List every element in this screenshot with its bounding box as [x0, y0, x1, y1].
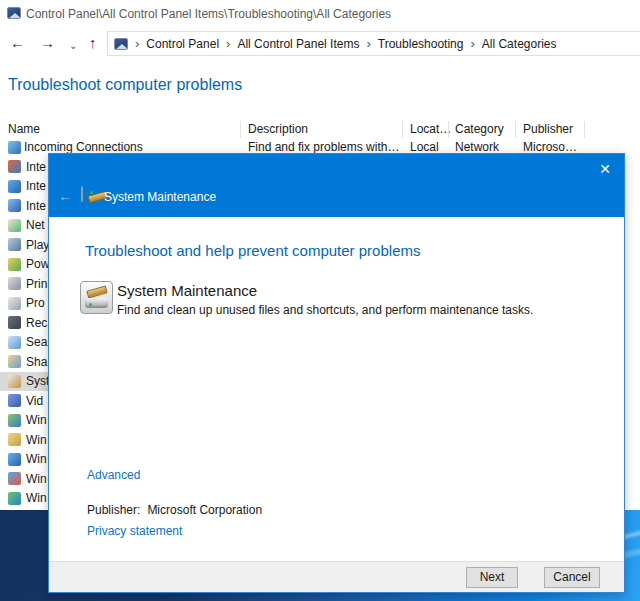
troubleshooter-icon — [8, 492, 21, 505]
list-item-label: Pro — [26, 296, 45, 310]
row-location: Local — [410, 140, 439, 154]
list-item-label: Inte — [26, 160, 46, 174]
column-divider[interactable] — [240, 121, 241, 138]
list-item-label: Vid — [26, 394, 43, 408]
breadcrumb-separator-icon: › — [470, 36, 474, 51]
close-icon[interactable]: ✕ — [599, 161, 611, 177]
row-category: Network — [455, 140, 499, 154]
list-item-label: Play — [26, 238, 49, 252]
troubleshooter-icon — [8, 316, 21, 329]
publisher-line: Publisher:Microsoft Corporation — [87, 503, 262, 517]
column-divider[interactable] — [448, 121, 449, 138]
system-maintenance-icon — [8, 375, 21, 388]
navigation-bar: ← → ⌄ ↑ › Control Panel › All Control Pa… — [0, 30, 640, 57]
troubleshooter-icon — [8, 433, 21, 446]
list-item-label: Inte — [26, 179, 46, 193]
troubleshooter-icon — [8, 394, 21, 407]
window-title: Control Panel\All Control Panel Items\Tr… — [26, 7, 391, 21]
troubleshooter-icon — [8, 180, 21, 193]
troubleshooter-icon — [8, 472, 21, 485]
breadcrumb-all-categories[interactable]: All Categories — [482, 37, 557, 51]
troubleshooter-icon — [8, 297, 21, 310]
troubleshooter-icon — [8, 238, 21, 251]
dialog-title: System Maintenance — [104, 190, 216, 204]
list-item-label: Sea — [26, 335, 47, 349]
privacy-statement-link[interactable]: Privacy statement — [87, 524, 182, 538]
back-icon[interactable]: ← — [10, 33, 25, 53]
row-publisher: Microso… — [523, 140, 577, 154]
cancel-button[interactable]: Cancel — [544, 567, 600, 588]
publisher-label: Publisher: — [87, 503, 140, 517]
column-header-location[interactable]: Locat… — [410, 122, 451, 136]
list-item-label: Net — [26, 218, 45, 232]
dialog-heading: Troubleshoot and help prevent computer p… — [85, 242, 420, 259]
dialog-footer: Next Cancel — [49, 561, 624, 592]
column-header-description[interactable]: Description — [248, 122, 308, 136]
column-divider[interactable] — [515, 121, 516, 138]
list-item-label: Sha — [26, 355, 47, 369]
dialog-titlebar: ✕ ← System Maintenance — [49, 154, 624, 217]
column-header-category[interactable]: Category — [455, 122, 504, 136]
window-titlebar: Control Panel\All Control Panel Items\Tr… — [0, 0, 640, 28]
advanced-link[interactable]: Advanced — [87, 468, 140, 482]
incoming-connections-icon — [8, 141, 21, 154]
page-title: Troubleshoot computer problems — [8, 76, 242, 94]
list-item-label: Win — [26, 413, 47, 427]
troubleshooter-icon — [8, 219, 21, 232]
recent-locations-chevron-icon[interactable]: ⌄ — [69, 36, 77, 56]
list-item-label: Win — [26, 452, 47, 466]
breadcrumb-separator-icon: › — [135, 36, 139, 51]
publisher-value: Microsoft Corporation — [147, 503, 262, 517]
troubleshooter-icon — [8, 453, 21, 466]
dialog-item-title: System Maintenance — [117, 282, 257, 299]
column-divider[interactable] — [584, 121, 585, 138]
troubleshooter-icon — [8, 160, 21, 173]
address-bar-icon — [114, 38, 128, 50]
next-button[interactable]: Next — [466, 567, 518, 588]
troubleshooter-icon — [8, 336, 21, 349]
list-item-label: Pow — [26, 257, 49, 271]
screen: Control Panel\All Control Panel Items\Tr… — [0, 0, 640, 601]
troubleshooter-icon — [8, 355, 21, 368]
forward-icon[interactable]: → — [40, 33, 55, 53]
column-header-publisher[interactable]: Publisher — [523, 122, 573, 136]
troubleshooter-icon — [8, 199, 21, 212]
breadcrumb-separator-icon: › — [226, 36, 230, 51]
troubleshooter-icon — [8, 258, 21, 271]
list-item-label: Inte — [26, 199, 46, 213]
address-bar[interactable]: › Control Panel › All Control Panel Item… — [107, 31, 640, 56]
troubleshooter-icon — [8, 414, 21, 427]
troubleshooter-icon — [8, 277, 21, 290]
list-item-label: Win — [26, 433, 47, 447]
dialog-item-description: Find and clean up unused files and short… — [117, 303, 533, 317]
troubleshooter-dialog: ✕ ← System Maintenance Troubleshoot and … — [48, 153, 625, 593]
system-maintenance-icon — [81, 187, 97, 203]
system-maintenance-icon — [80, 281, 113, 314]
list-item-label: Win — [26, 491, 47, 505]
breadcrumb-control-panel[interactable]: Control Panel — [146, 37, 219, 51]
list-item-label: Prin — [26, 277, 47, 291]
dialog-back-icon[interactable]: ← — [58, 188, 73, 204]
column-divider[interactable] — [402, 121, 403, 138]
list-item-label: Syst — [26, 374, 49, 388]
breadcrumb-separator-icon: › — [366, 36, 370, 51]
up-icon[interactable]: ↑ — [89, 33, 97, 53]
breadcrumb-all-control-panel-items[interactable]: All Control Panel Items — [237, 37, 359, 51]
row-description: Find and fix problems with… — [248, 140, 399, 154]
breadcrumb-troubleshooting[interactable]: Troubleshooting — [378, 37, 464, 51]
list-item-label: Win — [26, 472, 47, 486]
list-item-label: Rec — [26, 316, 47, 330]
window-icon — [7, 7, 21, 19]
column-header-name[interactable]: Name — [8, 122, 40, 136]
row-name: Incoming Connections — [24, 140, 143, 154]
